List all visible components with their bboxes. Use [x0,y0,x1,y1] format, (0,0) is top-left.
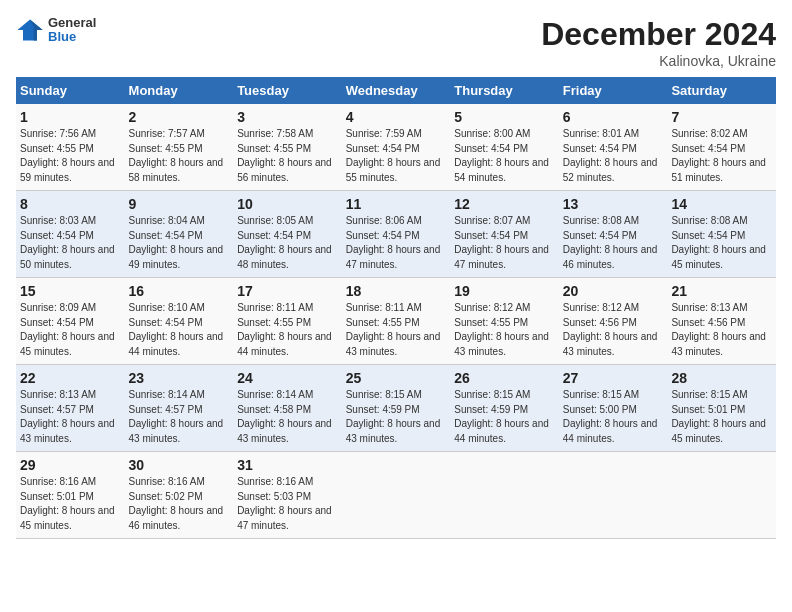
day-info: Sunrise: 8:09 AMSunset: 4:54 PMDaylight:… [20,301,121,359]
weekday-header: Saturday [667,77,776,104]
day-info: Sunrise: 8:07 AMSunset: 4:54 PMDaylight:… [454,214,555,272]
day-number: 13 [563,196,664,212]
day-info: Sunrise: 8:02 AMSunset: 4:54 PMDaylight:… [671,127,772,185]
day-number: 19 [454,283,555,299]
calendar-week-row: 22Sunrise: 8:13 AMSunset: 4:57 PMDayligh… [16,365,776,452]
day-number: 10 [237,196,338,212]
calendar-day-cell: 22Sunrise: 8:13 AMSunset: 4:57 PMDayligh… [16,365,125,452]
day-info: Sunrise: 8:08 AMSunset: 4:54 PMDaylight:… [671,214,772,272]
calendar-week-row: 1Sunrise: 7:56 AMSunset: 4:55 PMDaylight… [16,104,776,191]
day-number: 14 [671,196,772,212]
day-info: Sunrise: 8:16 AMSunset: 5:02 PMDaylight:… [129,475,230,533]
calendar-day-cell: 17Sunrise: 8:11 AMSunset: 4:55 PMDayligh… [233,278,342,365]
day-info: Sunrise: 8:15 AMSunset: 5:01 PMDaylight:… [671,388,772,446]
day-number: 2 [129,109,230,125]
day-info: Sunrise: 8:04 AMSunset: 4:54 PMDaylight:… [129,214,230,272]
day-number: 17 [237,283,338,299]
calendar-day-cell: 3Sunrise: 7:58 AMSunset: 4:55 PMDaylight… [233,104,342,191]
month-title: December 2024 [541,16,776,53]
day-info: Sunrise: 8:15 AMSunset: 4:59 PMDaylight:… [454,388,555,446]
calendar-day-cell: 7Sunrise: 8:02 AMSunset: 4:54 PMDaylight… [667,104,776,191]
calendar-day-cell: 30Sunrise: 8:16 AMSunset: 5:02 PMDayligh… [125,452,234,539]
logo-blue: Blue [48,30,96,44]
weekday-header: Monday [125,77,234,104]
day-number: 1 [20,109,121,125]
day-info: Sunrise: 8:13 AMSunset: 4:56 PMDaylight:… [671,301,772,359]
day-info: Sunrise: 8:12 AMSunset: 4:55 PMDaylight:… [454,301,555,359]
calendar-day-cell: 31Sunrise: 8:16 AMSunset: 5:03 PMDayligh… [233,452,342,539]
day-number: 31 [237,457,338,473]
location: Kalinovka, Ukraine [541,53,776,69]
calendar-day-cell: 19Sunrise: 8:12 AMSunset: 4:55 PMDayligh… [450,278,559,365]
calendar-day-cell: 5Sunrise: 8:00 AMSunset: 4:54 PMDaylight… [450,104,559,191]
day-info: Sunrise: 8:15 AMSunset: 5:00 PMDaylight:… [563,388,664,446]
day-info: Sunrise: 7:59 AMSunset: 4:54 PMDaylight:… [346,127,447,185]
day-number: 5 [454,109,555,125]
day-number: 26 [454,370,555,386]
day-number: 8 [20,196,121,212]
day-info: Sunrise: 8:14 AMSunset: 4:57 PMDaylight:… [129,388,230,446]
day-info: Sunrise: 8:11 AMSunset: 4:55 PMDaylight:… [346,301,447,359]
calendar-day-cell: 18Sunrise: 8:11 AMSunset: 4:55 PMDayligh… [342,278,451,365]
calendar-day-cell: 21Sunrise: 8:13 AMSunset: 4:56 PMDayligh… [667,278,776,365]
calendar-day-cell: 8Sunrise: 8:03 AMSunset: 4:54 PMDaylight… [16,191,125,278]
day-number: 18 [346,283,447,299]
day-number: 7 [671,109,772,125]
day-number: 24 [237,370,338,386]
day-number: 3 [237,109,338,125]
day-info: Sunrise: 8:01 AMSunset: 4:54 PMDaylight:… [563,127,664,185]
weekday-header: Wednesday [342,77,451,104]
day-info: Sunrise: 8:14 AMSunset: 4:58 PMDaylight:… [237,388,338,446]
calendar-day-cell: 11Sunrise: 8:06 AMSunset: 4:54 PMDayligh… [342,191,451,278]
day-number: 15 [20,283,121,299]
day-info: Sunrise: 7:58 AMSunset: 4:55 PMDaylight:… [237,127,338,185]
day-number: 29 [20,457,121,473]
page-header: General Blue December 2024 Kalinovka, Uk… [16,16,776,69]
weekday-header: Tuesday [233,77,342,104]
day-number: 25 [346,370,447,386]
day-number: 9 [129,196,230,212]
day-info: Sunrise: 8:15 AMSunset: 4:59 PMDaylight:… [346,388,447,446]
day-number: 21 [671,283,772,299]
calendar-week-row: 8Sunrise: 8:03 AMSunset: 4:54 PMDaylight… [16,191,776,278]
day-number: 4 [346,109,447,125]
calendar-day-cell: 6Sunrise: 8:01 AMSunset: 4:54 PMDaylight… [559,104,668,191]
calendar-day-cell: 25Sunrise: 8:15 AMSunset: 4:59 PMDayligh… [342,365,451,452]
day-info: Sunrise: 8:11 AMSunset: 4:55 PMDaylight:… [237,301,338,359]
calendar-week-row: 29Sunrise: 8:16 AMSunset: 5:01 PMDayligh… [16,452,776,539]
day-info: Sunrise: 8:12 AMSunset: 4:56 PMDaylight:… [563,301,664,359]
calendar-day-cell: 26Sunrise: 8:15 AMSunset: 4:59 PMDayligh… [450,365,559,452]
logo-general: General [48,16,96,30]
day-number: 23 [129,370,230,386]
day-number: 12 [454,196,555,212]
day-number: 28 [671,370,772,386]
calendar-day-cell: 14Sunrise: 8:08 AMSunset: 4:54 PMDayligh… [667,191,776,278]
calendar-day-cell: 24Sunrise: 8:14 AMSunset: 4:58 PMDayligh… [233,365,342,452]
day-info: Sunrise: 7:57 AMSunset: 4:55 PMDaylight:… [129,127,230,185]
calendar-day-cell: 15Sunrise: 8:09 AMSunset: 4:54 PMDayligh… [16,278,125,365]
day-info: Sunrise: 8:00 AMSunset: 4:54 PMDaylight:… [454,127,555,185]
logo-icon [16,16,44,44]
calendar-day-cell [342,452,451,539]
weekday-header: Sunday [16,77,125,104]
calendar-day-cell [559,452,668,539]
day-info: Sunrise: 8:05 AMSunset: 4:54 PMDaylight:… [237,214,338,272]
day-number: 6 [563,109,664,125]
day-info: Sunrise: 8:16 AMSunset: 5:03 PMDaylight:… [237,475,338,533]
day-info: Sunrise: 8:13 AMSunset: 4:57 PMDaylight:… [20,388,121,446]
calendar-day-cell [450,452,559,539]
weekday-header: Friday [559,77,668,104]
day-number: 30 [129,457,230,473]
day-number: 16 [129,283,230,299]
day-number: 11 [346,196,447,212]
day-info: Sunrise: 8:08 AMSunset: 4:54 PMDaylight:… [563,214,664,272]
weekday-header: Thursday [450,77,559,104]
calendar-week-row: 15Sunrise: 8:09 AMSunset: 4:54 PMDayligh… [16,278,776,365]
calendar-day-cell: 2Sunrise: 7:57 AMSunset: 4:55 PMDaylight… [125,104,234,191]
calendar-day-cell: 13Sunrise: 8:08 AMSunset: 4:54 PMDayligh… [559,191,668,278]
day-info: Sunrise: 8:06 AMSunset: 4:54 PMDaylight:… [346,214,447,272]
calendar-day-cell: 28Sunrise: 8:15 AMSunset: 5:01 PMDayligh… [667,365,776,452]
calendar-day-cell: 16Sunrise: 8:10 AMSunset: 4:54 PMDayligh… [125,278,234,365]
calendar-day-cell: 29Sunrise: 8:16 AMSunset: 5:01 PMDayligh… [16,452,125,539]
calendar-day-cell: 12Sunrise: 8:07 AMSunset: 4:54 PMDayligh… [450,191,559,278]
